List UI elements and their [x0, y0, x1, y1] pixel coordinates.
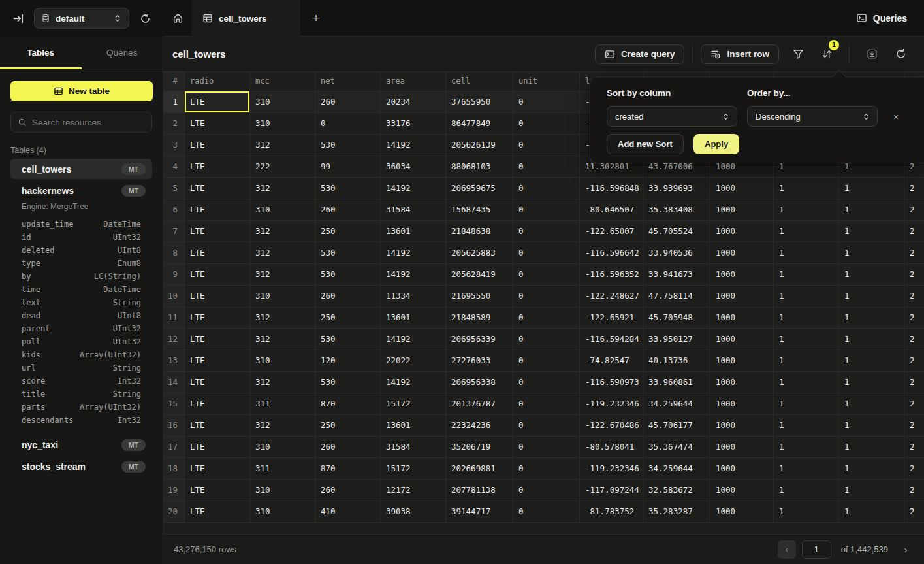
row-number[interactable]: 19 [163, 480, 185, 501]
table-cell[interactable]: LTE [185, 135, 250, 156]
table-cell[interactable]: 260 [315, 480, 381, 501]
sidebar-item-hackernews[interactable]: hackernewsMT [10, 180, 152, 201]
table-cell[interactable]: 14192 [381, 178, 446, 199]
table-cell[interactable]: 45.705948 [643, 307, 710, 329]
table-cell[interactable]: 14192 [381, 264, 446, 286]
table-cell[interactable]: 1 [839, 264, 904, 286]
table-cell[interactable]: 21848638 [446, 221, 513, 242]
table-cell[interactable]: -80.646507 [580, 199, 643, 221]
sidebar-item-nyc_taxi[interactable]: nyc_taxiMT [10, 435, 152, 455]
table-cell[interactable]: 0 [513, 501, 580, 523]
table-cell[interactable]: 1 [774, 458, 839, 480]
table-cell[interactable]: 33.940536 [643, 242, 710, 264]
table-cell[interactable]: 0 [513, 113, 580, 135]
table-cell[interactable]: 1 [774, 286, 839, 307]
table-cell[interactable]: 206959675 [446, 178, 513, 199]
column-header[interactable]: radio [185, 72, 250, 91]
table-cell[interactable]: 1 [774, 350, 839, 372]
remove-sort-button[interactable]: × [889, 110, 902, 124]
table-cell[interactable]: 310 [250, 199, 315, 221]
table-cell[interactable]: -122.248627 [580, 286, 643, 307]
table-cell[interactable]: 35.283287 [643, 501, 710, 523]
table-cell[interactable]: 45.705524 [643, 221, 710, 242]
table-cell[interactable]: 1 [774, 329, 839, 350]
table-cell[interactable]: 1 [774, 372, 839, 393]
apply-sort-button[interactable]: Apply [693, 134, 739, 154]
refresh-table-button[interactable] [889, 44, 912, 64]
table-cell[interactable]: LTE [185, 415, 250, 437]
prev-page-button[interactable]: ‹ [778, 540, 796, 559]
table-cell[interactable]: -122.670486 [580, 415, 643, 437]
table-cell[interactable]: 1 [839, 501, 904, 523]
table-cell[interactable]: 31584 [381, 199, 446, 221]
table-cell[interactable]: LTE [185, 350, 250, 372]
table-cell[interactable]: 0 [513, 264, 580, 286]
table-cell[interactable]: 2 [904, 501, 924, 523]
table-cell[interactable]: 22324236 [446, 415, 513, 437]
table-cell[interactable]: 207781138 [446, 480, 513, 501]
table-cell[interactable]: 1000 [710, 307, 774, 329]
sidebar-item-stocks_stream[interactable]: stocks_streamMT [10, 456, 152, 476]
sort-order-select[interactable]: Descending [747, 106, 878, 127]
table-cell[interactable]: 1 [774, 199, 839, 221]
table-cell[interactable]: 250 [315, 415, 381, 437]
table-cell[interactable]: 530 [315, 178, 381, 199]
table-cell[interactable]: 2 [904, 415, 924, 437]
row-number[interactable]: 9 [163, 264, 185, 286]
next-page-button[interactable]: › [898, 542, 914, 557]
row-number[interactable]: 16 [163, 415, 185, 437]
table-cell[interactable]: LTE [185, 329, 250, 350]
table-cell[interactable]: 206956339 [446, 329, 513, 350]
table-cell[interactable]: 260 [315, 437, 381, 458]
row-number[interactable]: 17 [163, 437, 185, 458]
column-header[interactable]: area [381, 72, 446, 91]
row-number[interactable]: 13 [163, 350, 185, 372]
table-cell[interactable]: 1 [839, 415, 904, 437]
table-cell[interactable]: 310 [250, 113, 315, 135]
table-cell[interactable]: 2 [904, 458, 924, 480]
table-cell[interactable]: -80.578041 [580, 437, 643, 458]
table-cell[interactable]: 27276033 [446, 350, 513, 372]
table-cell[interactable]: 250 [315, 307, 381, 329]
table-cell[interactable]: 39038 [381, 501, 446, 523]
table-cell[interactable]: 14192 [381, 329, 446, 350]
table-cell[interactable]: 2 [904, 307, 924, 329]
table-cell[interactable]: 21695550 [446, 286, 513, 307]
table-cell[interactable]: 1 [774, 501, 839, 523]
table-cell[interactable]: 1000 [710, 178, 774, 199]
table-cell[interactable]: 1 [839, 199, 904, 221]
table-cell[interactable]: 20234 [381, 91, 446, 113]
table-cell[interactable]: 206956338 [446, 372, 513, 393]
table-cell[interactable]: 311 [250, 458, 315, 480]
table-cell[interactable]: 205625883 [446, 242, 513, 264]
table-cell[interactable]: 2 [904, 393, 924, 415]
table-cell[interactable]: 14192 [381, 242, 446, 264]
table-cell[interactable]: 1000 [710, 437, 774, 458]
table-cell[interactable]: LTE [185, 307, 250, 329]
table-cell[interactable]: 202669881 [446, 458, 513, 480]
table-cell[interactable]: LTE [185, 437, 250, 458]
table-cell[interactable]: 31584 [381, 437, 446, 458]
table-cell[interactable]: 1000 [710, 264, 774, 286]
table-cell[interactable]: 312 [250, 329, 315, 350]
table-cell[interactable]: 2 [904, 286, 924, 307]
table-cell[interactable]: 2 [904, 264, 924, 286]
table-cell[interactable]: 15172 [381, 458, 446, 480]
table-cell[interactable]: 1000 [710, 393, 774, 415]
column-header[interactable]: mcc [250, 72, 315, 91]
queries-button[interactable]: Queries [850, 7, 924, 30]
table-cell[interactable]: 99 [315, 156, 381, 178]
table-cell[interactable]: 310 [250, 437, 315, 458]
new-tab-button[interactable]: + [300, 0, 332, 36]
table-cell[interactable]: 310 [250, 286, 315, 307]
table-cell[interactable]: 1 [774, 264, 839, 286]
table-cell[interactable]: 1 [839, 286, 904, 307]
table-cell[interactable]: 0 [513, 372, 580, 393]
table-cell[interactable]: 0 [513, 199, 580, 221]
table-cell[interactable]: 0 [513, 135, 580, 156]
home-tab[interactable] [163, 0, 192, 36]
table-cell[interactable]: 40.13736 [643, 350, 710, 372]
table-cell[interactable]: 260 [315, 91, 381, 113]
table-cell[interactable]: 310 [250, 501, 315, 523]
add-new-sort-button[interactable]: Add new Sort [607, 134, 684, 154]
